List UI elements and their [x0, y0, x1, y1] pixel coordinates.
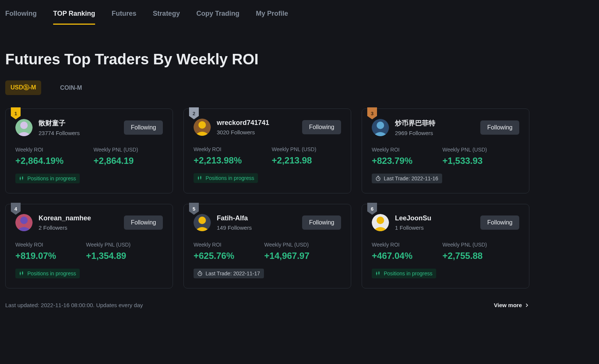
weekly-roi-value: +467.04%: [372, 251, 413, 261]
main-tabs: FollowingTOP RankingFuturesStrategyCopy …: [5, 5, 529, 25]
svg-point-27: [377, 217, 384, 224]
positions-in-progress-chip: Positions in progress: [194, 173, 258, 183]
last-trade-chip: Last Trade: 2022-11-17: [194, 269, 264, 278]
avatar: [194, 119, 211, 136]
svg-point-13: [377, 122, 384, 129]
svg-rect-31: [379, 271, 379, 275]
weekly-roi-label: Weekly ROI: [372, 147, 413, 153]
market-subtabs: USDⓈ-M COIN-M: [5, 80, 529, 95]
positions-in-progress-chip: Positions in progress: [15, 269, 80, 278]
rank-badge: 4: [11, 203, 21, 215]
followers-count: 149 Followers: [217, 224, 252, 231]
avatar: [372, 119, 389, 136]
svg-rect-21: [22, 271, 23, 275]
svg-point-7: [198, 121, 206, 129]
stopwatch-icon: [375, 176, 381, 181]
tab-following[interactable]: Following: [5, 10, 37, 25]
followers-count: 23774 Followers: [39, 130, 80, 136]
trader-name: Fatih-Alfa: [217, 214, 252, 222]
view-more-link[interactable]: View more: [494, 302, 529, 308]
candlestick-icon: [19, 176, 24, 181]
following-button[interactable]: Following: [302, 120, 341, 134]
followers-count: 2969 Followers: [395, 130, 435, 136]
page-title: Futures Top Traders By Weekly ROI: [5, 51, 529, 68]
rank-badge: 2: [189, 107, 199, 119]
trader-name: 炒币界巴菲特: [395, 119, 435, 128]
last-trade-chip: Last Trade: 2022-11-16: [372, 174, 442, 183]
svg-rect-24: [199, 271, 201, 272]
weekly-pnl-label: Weekly PNL (USD): [443, 147, 487, 153]
rank-badge: 1: [11, 107, 21, 119]
weekly-roi-label: Weekly ROI: [15, 242, 56, 248]
positions-in-progress-chip: Positions in progress: [372, 269, 436, 278]
avatar: [15, 119, 33, 136]
stopwatch-icon: [197, 271, 203, 276]
weekly-pnl-value: +2,213.98: [272, 155, 316, 166]
traders-grid: 1散财童子23774 FollowersFollowingWeekly ROI+…: [5, 108, 529, 288]
svg-rect-9: [198, 176, 199, 180]
trader-card[interactable]: 2wreckord7417413020 FollowersFollowingWe…: [183, 108, 351, 193]
svg-rect-11: [201, 176, 201, 180]
following-button[interactable]: Following: [302, 215, 341, 230]
avatar: [194, 214, 211, 231]
weekly-pnl-label: Weekly PNL (USD): [272, 146, 316, 152]
trader-card[interactable]: 5Fatih-Alfa149 FollowersFollowingWeekly …: [183, 204, 351, 288]
svg-rect-29: [377, 272, 377, 276]
tab-copy-trading[interactable]: Copy Trading: [196, 10, 239, 25]
svg-rect-5: [22, 176, 23, 180]
positions-in-progress-chip: Positions in progress: [15, 174, 80, 183]
weekly-roi-value: +2,213.98%: [194, 155, 242, 166]
trader-card[interactable]: 6LeeJoonSu1 FollowersFollowingWeekly ROI…: [362, 204, 529, 288]
svg-rect-19: [20, 272, 21, 276]
following-button[interactable]: Following: [480, 215, 519, 230]
chevron-right-icon: [524, 303, 529, 308]
candlestick-icon: [375, 271, 381, 276]
trader-name: wreckord741741: [217, 119, 269, 127]
rank-badge: 3: [367, 107, 377, 119]
weekly-roi-label: Weekly ROI: [194, 242, 234, 248]
weekly-pnl-label: Weekly PNL (USD): [443, 242, 487, 248]
weekly-pnl-value: +2,864.19: [94, 156, 138, 166]
following-button[interactable]: Following: [124, 120, 163, 135]
following-button[interactable]: Following: [480, 120, 519, 135]
weekly-pnl-value: +1,354.89: [86, 251, 131, 261]
last-updated-text: Last updated: 2022-11-16 08:00:00. Updat…: [5, 302, 143, 308]
trader-name: Korean_namhee: [39, 214, 91, 222]
followers-count: 3020 Followers: [217, 129, 269, 135]
candlestick-icon: [19, 271, 24, 276]
svg-rect-14: [377, 176, 379, 177]
followers-count: 2 Followers: [39, 224, 91, 231]
weekly-roi-value: +819.07%: [15, 251, 56, 261]
tab-top-ranking[interactable]: TOP Ranking: [53, 10, 95, 25]
trader-card[interactable]: 4Korean_namhee2 FollowersFollowingWeekly…: [5, 204, 173, 288]
weekly-pnl-label: Weekly PNL (USD): [264, 242, 310, 248]
svg-point-23: [198, 217, 206, 224]
avatar: [15, 214, 33, 231]
trader-name: 散财童子: [39, 119, 80, 128]
trader-card[interactable]: 3炒币界巴菲特2969 FollowersFollowingWeekly ROI…: [362, 108, 529, 193]
tab-futures[interactable]: Futures: [112, 10, 136, 25]
subtab-coin-m[interactable]: COIN-M: [55, 80, 87, 95]
weekly-pnl-value: +2,755.88: [443, 251, 487, 261]
tab-strategy[interactable]: Strategy: [153, 10, 180, 25]
candlestick-icon: [197, 175, 203, 181]
weekly-roi-value: +2,864.19%: [15, 156, 64, 166]
followers-count: 1 Followers: [395, 224, 431, 231]
following-button[interactable]: Following: [124, 215, 163, 230]
tab-my-profile[interactable]: My Profile: [256, 10, 288, 25]
avatar: [372, 214, 389, 231]
weekly-pnl-value: +1,533.93: [443, 156, 487, 166]
weekly-roi-label: Weekly ROI: [372, 242, 413, 248]
trader-card[interactable]: 1散财童子23774 FollowersFollowingWeekly ROI+…: [5, 108, 173, 193]
weekly-pnl-label: Weekly PNL (USD): [94, 147, 138, 153]
trader-name: LeeJoonSu: [395, 214, 431, 222]
view-more-label: View more: [494, 302, 522, 308]
svg-rect-3: [20, 177, 21, 181]
weekly-roi-label: Weekly ROI: [194, 146, 242, 152]
weekly-roi-value: +625.76%: [194, 251, 234, 261]
weekly-pnl-value: +14,967.97: [264, 251, 310, 261]
weekly-roi-value: +823.79%: [372, 156, 413, 166]
svg-point-1: [20, 122, 28, 129]
rank-badge: 6: [367, 203, 377, 215]
subtab-usds-m[interactable]: USDⓈ-M: [5, 80, 41, 95]
